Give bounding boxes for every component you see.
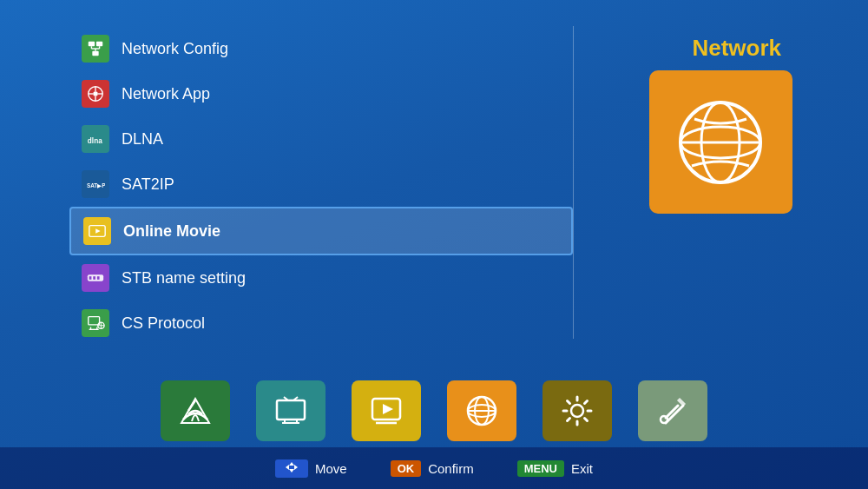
svg-line-33	[188, 400, 195, 411]
menu-badge: MENU	[517, 460, 564, 477]
ok-badge: OK	[391, 460, 422, 477]
media-icon	[367, 392, 405, 430]
svg-marker-16	[95, 228, 101, 234]
dlna-icon: dlna	[82, 125, 109, 153]
svg-rect-20	[97, 276, 100, 280]
nav-media-button[interactable]	[352, 380, 421, 441]
menu-item-network-app[interactable]: Network App	[69, 71, 573, 116]
confirm-label: Confirm	[428, 461, 474, 476]
signal-icon	[176, 392, 214, 430]
move-label: Move	[315, 461, 347, 476]
svg-rect-2	[92, 51, 98, 56]
svg-marker-53	[289, 469, 294, 472]
cs-protocol-icon	[82, 309, 109, 337]
svg-rect-18	[89, 276, 92, 280]
svg-point-47	[571, 405, 583, 417]
svg-marker-50	[286, 465, 289, 470]
nav-tv-button[interactable]	[256, 380, 326, 441]
main-container: Network Config Network App dlna	[0, 0, 868, 365]
svg-rect-0	[89, 42, 95, 47]
menu-item-label: Network App	[122, 85, 210, 103]
gear-icon	[558, 392, 596, 430]
network-app-icon	[82, 80, 109, 108]
svg-rect-34	[277, 400, 305, 420]
svg-text:dlna: dlna	[88, 137, 102, 145]
svg-rect-19	[93, 276, 95, 280]
menu-item-label: Network Config	[122, 40, 228, 58]
hint-move: Move	[275, 459, 347, 478]
section-title: Network	[692, 35, 781, 61]
svg-rect-21	[89, 317, 100, 325]
hint-confirm: OK Confirm	[391, 460, 474, 477]
exit-label: Exit	[571, 461, 593, 476]
online-movie-icon	[83, 217, 111, 245]
tv-icon	[272, 392, 310, 430]
bottom-nav	[0, 380, 868, 441]
bottom-bar: Move OK Confirm MENU Exit	[0, 447, 868, 489]
move-badge	[275, 459, 308, 478]
menu-item-cs-protocol[interactable]: CS Protocol	[69, 301, 573, 346]
svg-point-8	[93, 91, 98, 96]
svg-marker-41	[383, 404, 393, 414]
globe-icon	[673, 95, 768, 190]
nav-settings-button[interactable]	[542, 380, 612, 441]
svg-marker-51	[294, 465, 298, 470]
menu-item-online-movie[interactable]: Online Movie	[69, 207, 573, 255]
nav-signal-button[interactable]	[161, 380, 230, 441]
menu-item-label: Online Movie	[123, 222, 220, 241]
tools-icon	[654, 392, 692, 430]
section-divider	[573, 26, 574, 339]
feature-icon-box	[649, 70, 792, 214]
svg-text:SAT▶P: SAT▶P	[87, 182, 105, 188]
nav-network-button[interactable]	[447, 380, 516, 441]
nav-tools-button[interactable]	[638, 380, 707, 441]
network-config-icon	[82, 35, 109, 63]
svg-rect-1	[96, 42, 102, 47]
menu-item-label: STB name setting	[122, 269, 246, 287]
stb-name-icon	[82, 264, 109, 292]
sat2ip-icon: SAT▶P	[82, 170, 109, 198]
menu-item-label: CS Protocol	[122, 314, 205, 333]
menu-item-sat2ip[interactable]: SAT▶P SAT2IP	[69, 162, 573, 207]
menu-item-label: DLNA	[122, 130, 163, 149]
menu-item-stb-name[interactable]: STB name setting	[69, 255, 573, 301]
menu-item-network-config[interactable]: Network Config	[69, 26, 573, 71]
right-panel: Network	[573, 26, 833, 356]
hint-exit: MENU Exit	[517, 460, 593, 477]
menu-item-label: SAT2IP	[122, 175, 174, 194]
menu-list: Network Config Network App dlna	[69, 26, 573, 356]
nav-globe-icon	[463, 392, 501, 430]
svg-marker-52	[289, 462, 294, 466]
dpad-icon	[282, 461, 301, 473]
menu-item-dlna[interactable]: dlna DLNA	[69, 116, 573, 162]
